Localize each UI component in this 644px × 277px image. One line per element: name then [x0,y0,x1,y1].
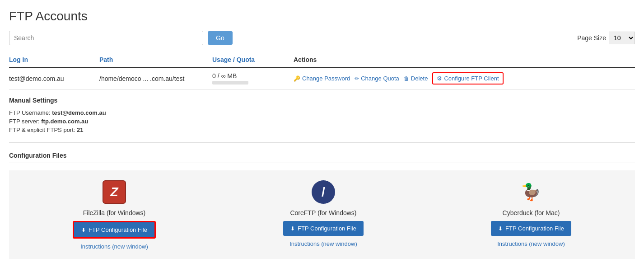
change-password-link[interactable]: Change Password [294,75,350,82]
download-icon [290,225,295,232]
key-icon [294,75,300,82]
coreftp-icon [312,180,335,204]
col-actions: Actions [294,56,635,63]
manual-settings-heading: Manual Settings [9,97,635,104]
cyberduck-instructions-link[interactable]: Instructions (new window) [497,240,565,247]
usage-bar [212,81,248,85]
trash-icon [404,75,409,82]
change-quota-link[interactable]: Change Quota [355,75,399,82]
cyberduck-icon-container: 🦆 [518,179,544,205]
manual-settings: Manual Settings FTP Username: test@demo.… [9,89,635,143]
search-input[interactable] [9,31,203,45]
filezilla-label: FileZilla (for Windows) [83,209,145,216]
config-files-heading: Configuration Files [9,152,635,163]
configuration-files: Configuration Files FileZilla (for Windo… [9,152,635,259]
gear-icon [437,75,442,82]
col-login: Log In [9,56,99,63]
usage-value: 0 / ∞ MB [212,72,294,80]
config-item-filezilla: FileZilla (for Windows) FTP Configuratio… [73,179,156,250]
page-size-label: Page Size [577,34,606,42]
col-usage-quota: Usage / Quota [212,56,294,63]
pencil-icon [355,75,359,82]
cyberduck-download-button[interactable]: FTP Configuration File [491,221,571,236]
ftp-server: FTP server: ftp.demo.com.au [9,118,635,125]
filezilla-download-button[interactable]: FTP Configuration File [73,221,156,239]
page-size-select[interactable]: 10 25 50 100 [609,32,635,44]
coreftp-icon-container [311,179,336,205]
row-actions: Change Password Change Quota Delete Conf… [294,72,635,85]
row-path: /home/democo ... .com.au/test [99,75,212,82]
ftp-port: FTP & explicit FTPS port: 21 [9,127,635,133]
page-title: FTP Accounts [9,9,635,23]
col-path: Path [99,56,212,63]
config-item-coreftp: CoreFTP (for Windows) FTP Configuration … [283,179,364,247]
filezilla-icon [103,180,126,204]
cyberduck-icon: 🦆 [519,180,543,204]
row-usage-quota: 0 / ∞ MB [212,72,294,85]
page-size-container: Page Size 10 25 50 100 [577,32,635,44]
config-grid: FileZilla (for Windows) FTP Configuratio… [9,170,635,259]
filezilla-instructions-link[interactable]: Instructions (new window) [80,243,148,250]
table-row: test@demo.com.au /home/democo ... .com.a… [9,68,635,89]
download-icon [498,225,503,232]
table-header: Log In Path Usage / Quota Actions [9,52,635,68]
cyberduck-label: Cyberduck (for Mac) [503,209,560,216]
search-bar: Go Page Size 10 25 50 100 [9,31,635,45]
go-button[interactable]: Go [208,31,233,45]
config-item-cyberduck: 🦆 Cyberduck (for Mac) FTP Configuration … [491,179,571,247]
coreftp-label: CoreFTP (for Windows) [290,209,356,216]
ftp-username: FTP Username: test@demo.com.au [9,109,635,116]
configure-ftp-button[interactable]: Configure FTP Client [432,72,503,85]
download-icon [81,226,86,233]
filezilla-icon-container [102,179,127,205]
row-login: test@demo.com.au [9,75,99,82]
coreftp-download-button[interactable]: FTP Configuration File [283,221,364,236]
delete-link[interactable]: Delete [404,75,428,82]
coreftp-instructions-link[interactable]: Instructions (new window) [289,240,357,247]
